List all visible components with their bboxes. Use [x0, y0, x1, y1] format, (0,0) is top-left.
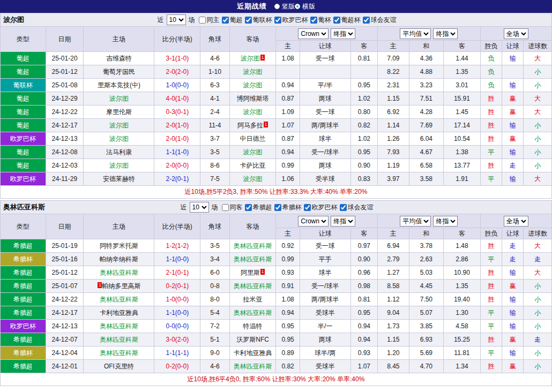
bookmaker-select[interactable]: Crown: [298, 28, 329, 39]
team-name[interactable]: 安德莱赫特: [103, 175, 135, 183]
avg-away-odds: 1.44: [444, 52, 481, 65]
team-name[interactable]: 特温特: [243, 322, 263, 330]
team-name[interactable]: 拉米亚: [243, 296, 263, 303]
filter-checkbox-同主[interactable]: 同主: [199, 16, 220, 25]
filter-checkbox-球会友谊[interactable]: 球会友谊: [340, 203, 374, 212]
result-selects: 全场: [504, 28, 528, 39]
checkbox-input[interactable]: [274, 204, 281, 211]
team-name[interactable]: 波尔图: [109, 135, 129, 142]
team-name[interactable]: OFI克里特: [104, 363, 134, 370]
radio-selected-icon[interactable]: [295, 4, 300, 9]
checkbox-input[interactable]: [245, 17, 252, 24]
handicap-result: 输: [502, 306, 524, 320]
bookmaker-select[interactable]: Crown: [298, 216, 329, 227]
team-name[interactable]: 奥林匹亚科斯: [100, 296, 138, 303]
team-name[interactable]: 中日德兰: [240, 135, 266, 142]
team-name[interactable]: 奥林匹亚科斯: [234, 255, 272, 263]
team-name[interactable]: 奥林匹亚科斯: [100, 269, 138, 276]
team-name[interactable]: 卡萨比亚: [240, 162, 266, 169]
average-select[interactable]: 平均值: [400, 28, 431, 39]
team-name[interactable]: 奥林匹亚科斯: [234, 363, 272, 370]
team-name[interactable]: 奥林匹亚科斯: [234, 282, 272, 290]
filter-checkbox-葡杯[interactable]: 葡杯: [310, 16, 331, 25]
away-team: 波尔图1: [229, 52, 276, 65]
checkbox-input[interactable]: [340, 204, 347, 211]
team-name[interactable]: 波尔图: [243, 175, 263, 183]
home-team: 葡萄牙国民: [84, 65, 154, 79]
avg-draw-odds: 5.69: [409, 346, 444, 360]
avg-away-odds: 1.91: [444, 172, 481, 186]
checkbox-input[interactable]: [310, 17, 317, 24]
filter-checkbox-希腊超[interactable]: 希腊超: [245, 203, 272, 212]
team-name[interactable]: 阿里斯: [241, 269, 260, 276]
match-row: 希腊超24-12-07奥林匹亚科斯3-0(2-0)5-1沃罗斯NFC0.95两球…: [1, 333, 552, 346]
match-row: 希腊杯25-01-16帕纳辛纳科斯1-1(0-0)3-4奥林匹亚科斯0.99平手…: [1, 253, 552, 266]
filter-checkbox-球会友谊[interactable]: 球会友谊: [363, 16, 397, 25]
checkbox-input[interactable]: [363, 17, 370, 24]
team-name[interactable]: 阿马多拉: [237, 122, 263, 129]
team-name[interactable]: 帕纳辛纳科斯: [100, 255, 138, 263]
handicap-line: 球半/两: [300, 346, 350, 360]
handicap-line: 平/半: [300, 79, 350, 92]
match-count-select[interactable]: 10: [190, 202, 209, 213]
team-name[interactable]: 波尔图: [109, 122, 129, 129]
scope-select[interactable]: 全场: [504, 28, 528, 39]
team-name[interactable]: 里斯本竞技(中): [98, 81, 140, 89]
handicap-home-odds: 0.89: [276, 346, 300, 360]
team-name[interactable]: 奥林匹亚科斯: [100, 349, 138, 357]
team-name[interactable]: 奥林匹亚科斯: [234, 242, 272, 250]
team-name[interactable]: 波尔图: [243, 81, 263, 89]
filter-checkbox-葡联杯[interactable]: 葡联杯: [245, 16, 272, 25]
team-name[interactable]: 波尔图: [109, 95, 129, 102]
team-name[interactable]: 波尔图: [243, 148, 263, 156]
layout-option-0[interactable]: 竖版: [274, 2, 295, 11]
avg-type-select[interactable]: 终指: [433, 28, 458, 39]
team-name[interactable]: 摩里伦斯: [106, 108, 132, 116]
filter-checkbox-同客[interactable]: 同客: [222, 203, 243, 212]
team-name[interactable]: 博阿维斯塔: [237, 95, 269, 102]
average-select[interactable]: 平均值: [400, 216, 431, 227]
team-name[interactable]: 法马利康: [106, 148, 132, 156]
odds-type-select[interactable]: 终指: [331, 216, 355, 227]
team-name[interactable]: 波尔图: [243, 108, 263, 116]
handicap-line: 受一/球半: [300, 280, 350, 293]
team-name[interactable]: 波尔图: [109, 162, 129, 169]
home-team: 奥林匹亚科斯: [84, 333, 154, 346]
team-name[interactable]: 卡利地亚雅典: [234, 349, 272, 357]
match-count-select[interactable]: 10: [167, 14, 186, 25]
handicap-line: 平手: [300, 253, 350, 266]
filter-checkbox-希腊杯[interactable]: 希腊杯: [274, 203, 302, 212]
team-name[interactable]: 奥林匹亚科斯: [100, 336, 138, 343]
team-name[interactable]: 卡利地亚雅典: [100, 309, 138, 316]
checkbox-input[interactable]: [199, 17, 206, 24]
checkbox-input[interactable]: [245, 204, 252, 211]
checkbox-input[interactable]: [222, 17, 229, 24]
goals-result: 小: [524, 146, 552, 159]
team-name[interactable]: 阿特罗米托斯: [100, 242, 138, 250]
filter-checkbox-葡超杯[interactable]: 葡超杯: [333, 16, 361, 25]
team-name[interactable]: 波尔图: [243, 68, 263, 76]
team-name[interactable]: 吉维森特: [106, 55, 132, 62]
checkbox-input[interactable]: [333, 17, 340, 24]
checkbox-input[interactable]: [304, 204, 311, 211]
team-name[interactable]: 波尔图: [241, 55, 260, 62]
filter-checkbox-欧罗巴杯[interactable]: 欧罗巴杯: [274, 16, 308, 25]
scope-select[interactable]: 全场: [504, 216, 528, 227]
checkbox-input[interactable]: [274, 17, 281, 24]
radio-icon[interactable]: [274, 4, 280, 9]
avg-type-select[interactable]: 终指: [433, 216, 458, 227]
odds-type-select[interactable]: 终指: [331, 28, 355, 39]
summary-row: 近10场,胜6平4负0, 胜率:60% 让胜率:30% 大率:20% 单率:40…: [1, 373, 552, 386]
team-name[interactable]: 帕纳多里高斯: [102, 282, 140, 290]
layout-option-1[interactable]: 横版: [295, 2, 315, 11]
corner-score: 8-0: [200, 293, 229, 306]
avg-home-odds: 1.12: [378, 293, 409, 306]
filter-checkbox-欧罗巴杯[interactable]: 欧罗巴杯: [304, 203, 338, 212]
checkbox-input[interactable]: [222, 204, 229, 211]
team-name[interactable]: 奥林匹亚科斯: [234, 309, 272, 316]
team-name[interactable]: 奥林匹亚科斯: [100, 322, 138, 330]
team-name[interactable]: 葡萄牙国民: [103, 68, 135, 76]
team-name[interactable]: 沃罗斯NFC: [236, 336, 269, 343]
filter-checkbox-葡超[interactable]: 葡超: [222, 16, 243, 25]
handicap-line: 受半球: [300, 172, 350, 186]
